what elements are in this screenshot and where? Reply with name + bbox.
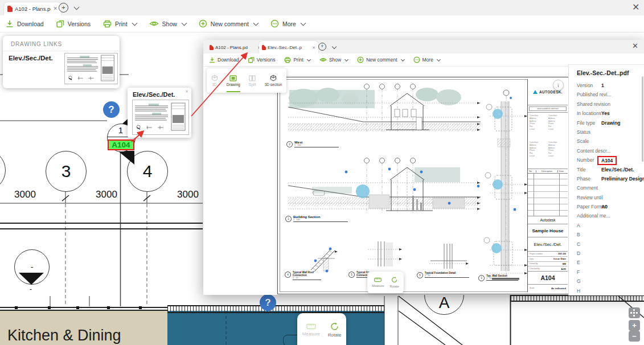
show-button[interactable]: Show xyxy=(149,20,186,27)
question-glyph: ? xyxy=(108,104,114,116)
view-number: 2 xyxy=(286,141,293,147)
cube-section-icon xyxy=(270,75,277,81)
section-sheet-link[interactable]: A104 xyxy=(108,139,134,150)
tab-close-icon[interactable]: ✕ xyxy=(53,6,58,11)
tooltip-thumbnail[interactable] xyxy=(132,100,189,135)
question-glyph: ? xyxy=(265,297,270,309)
pan-icon xyxy=(633,312,635,314)
toolbar-label: Versions xyxy=(68,20,91,27)
link-tooltip: Elev./Sec./Det. ✕ xyxy=(128,88,191,138)
print-button[interactable]: Print xyxy=(103,20,137,28)
view-mode-split[interactable]: Split xyxy=(249,71,256,91)
drawing-link-item[interactable]: Elev./Sec./Det. xyxy=(9,55,53,61)
measure-button[interactable]: Measure xyxy=(302,323,320,336)
title-block: AUTODESK. www.autodesk.com/revit Consult… xyxy=(527,79,568,292)
sheet-line-art xyxy=(278,77,569,294)
detail-label: Version xyxy=(577,83,593,88)
versions-button[interactable]: Versions xyxy=(56,20,91,28)
rev-col-date: Date xyxy=(558,170,568,172)
tab-list-chevron-icon[interactable] xyxy=(332,44,337,49)
scale-label: Scale xyxy=(530,287,534,289)
field-label: Drawn by xyxy=(530,262,538,265)
view-scale: 1 : 100 xyxy=(294,144,339,146)
consultant-text: Consultant Address Address Phone Fax e-m… xyxy=(548,141,566,167)
detail-row-number: NumberA104 xyxy=(569,155,644,165)
toolbar-label: Download xyxy=(218,57,239,63)
detail-label: Number xyxy=(577,157,594,163)
zoom-in-button[interactable]: + xyxy=(629,320,640,331)
view-number: 4 xyxy=(285,272,291,278)
download-icon xyxy=(209,57,215,63)
new-comment-button[interactable]: New comment xyxy=(357,56,404,63)
wall-line xyxy=(0,307,167,308)
detail-row-f: F xyxy=(569,268,644,277)
detail-value: Preliminary Design xyxy=(601,176,644,182)
add-tab-button[interactable]: + xyxy=(318,43,326,51)
detail-value: Yes xyxy=(601,110,610,116)
field-value: AJH xyxy=(561,268,566,270)
more-chevron-icon xyxy=(300,20,306,26)
project-fields: Project number001-00 DateIssue Date Draw… xyxy=(528,252,568,272)
view-mode-drawing[interactable]: Drawing xyxy=(227,71,240,91)
app: A102 - Plans.pd ✕ + ✕ Download Versions … xyxy=(0,0,644,345)
view-scale: 1 : 20 xyxy=(486,277,518,280)
cube-icon xyxy=(211,75,218,81)
download-button[interactable]: Download xyxy=(6,20,44,28)
view-number: 5 xyxy=(348,272,355,278)
drawing-link-thumbnail[interactable] xyxy=(64,53,118,84)
overlay-tab-plans[interactable]: A102 - Plans.pd ✕ xyxy=(207,42,264,53)
detail-row-in-locations: In locationsYes xyxy=(569,109,644,118)
rev-col-description: Description xyxy=(536,170,558,172)
print-button[interactable]: Print xyxy=(284,57,310,63)
field-label: Project number xyxy=(530,253,543,255)
detail-row-c: C xyxy=(569,240,644,249)
view-mode-3d[interactable]: 3D xyxy=(211,71,218,91)
help-marker-icon-2[interactable]: ? xyxy=(260,294,276,311)
brand-text: AUTODESK. xyxy=(539,90,563,94)
rotate-button[interactable]: Rotate xyxy=(390,277,399,288)
new-comment-icon xyxy=(357,56,364,63)
tooltip-title: Elev./Sec./Det. xyxy=(133,91,175,98)
dimension-3000: 3000 xyxy=(171,189,205,200)
versions-button[interactable]: Versions xyxy=(248,57,276,63)
tab-a102-plans[interactable]: A102 - Plans.pd ✕ xyxy=(4,2,61,15)
more-button[interactable]: More xyxy=(270,19,305,28)
pan-control-button[interactable] xyxy=(629,307,640,318)
new-comment-button[interactable]: New comment xyxy=(199,19,258,28)
show-button[interactable]: Show xyxy=(319,57,348,63)
view-mode-label: 3D section xyxy=(265,83,282,87)
help-marker-icon[interactable]: ? xyxy=(103,101,120,118)
rotate-label: Rotate xyxy=(390,285,399,288)
overlay-tools-popup: Measure Rotate xyxy=(367,272,404,293)
detail-label: G xyxy=(577,278,581,284)
sheet-info-button[interactable]: i xyxy=(553,80,564,91)
view-scale: 1 : 10 xyxy=(425,274,469,277)
overlay-tab-elev-sec-det[interactable]: Elev.-Sec.-Det..p ✕ xyxy=(259,41,318,54)
drawing-sheet[interactable]: 2 West1 : 100 1 Building Section1 : 100 … xyxy=(277,77,569,294)
details-title: Elev.-Sec.-Det..pdf xyxy=(577,69,629,76)
rotate-label: Rotate xyxy=(328,332,342,338)
detail-row-scale: Scale xyxy=(569,137,644,146)
tooltip-close-icon[interactable]: ✕ xyxy=(185,89,188,94)
more-button[interactable]: More xyxy=(413,56,440,63)
detail-label: A xyxy=(577,223,580,228)
main-close-icon[interactable]: ✕ xyxy=(632,3,639,12)
tab-list-chevron-icon[interactable] xyxy=(74,5,80,10)
add-tab-button[interactable]: + xyxy=(59,3,68,13)
wall-hatched-right xyxy=(511,295,644,302)
grid-number: 3 xyxy=(61,162,71,181)
rotate-button[interactable]: Rotate xyxy=(328,322,342,338)
overlay-close-icon[interactable]: ✕ xyxy=(632,42,638,50)
revision-table: No. Description Date xyxy=(528,169,568,216)
download-button[interactable]: Download xyxy=(209,57,239,63)
detail-row-d: D xyxy=(569,249,644,258)
measure-button[interactable]: Measure xyxy=(372,277,384,288)
view-mode-label: 3D xyxy=(212,83,216,87)
view-mode-3d-section[interactable]: 3D section xyxy=(265,71,282,91)
print-chevron-icon xyxy=(307,57,311,61)
panel-scrollbar[interactable] xyxy=(642,76,643,162)
tools-popup: Measure Rotate xyxy=(297,313,346,345)
detail-row-comment: Comment xyxy=(569,183,644,192)
section-arrow-bottom xyxy=(118,151,134,165)
zoom-out-button[interactable]: − xyxy=(629,331,640,342)
